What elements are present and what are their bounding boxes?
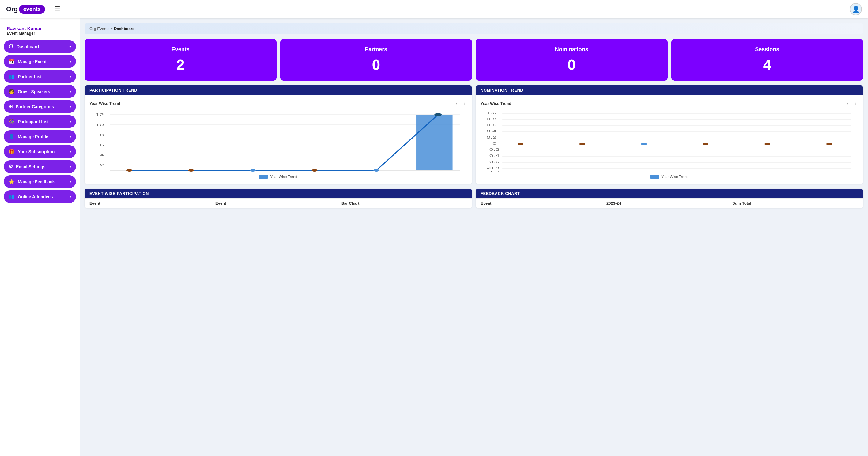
- nomination-next-btn[interactable]: ›: [853, 100, 858, 107]
- breadcrumb-parent: Org Events: [89, 26, 109, 31]
- svg-point-54: [579, 143, 585, 145]
- sidebar-item-your-subscription[interactable]: 🎁 Your Subscription ›: [4, 145, 76, 158]
- svg-point-24: [373, 169, 379, 172]
- stat-value-nominations: 0: [480, 56, 663, 73]
- charts-row-2: EVENT WISE PARTICIPATION Event Event Bar…: [85, 189, 863, 208]
- profile-icon: 👤: [8, 133, 15, 140]
- stat-card-nominations: Nominations 0: [476, 39, 668, 81]
- hamburger-icon[interactable]: ☰: [54, 5, 60, 13]
- participation-svg: 12 10 8 6 4 2: [89, 110, 467, 172]
- event-col3: Bar Chart: [341, 201, 467, 206]
- svg-text:8: 8: [99, 133, 104, 137]
- sidebar-item-online-attendees[interactable]: 👥 Online Attendees ›: [4, 190, 76, 203]
- sidebar-item-partner-categories[interactable]: ⊞ Partner Categories ›: [4, 100, 76, 113]
- feedback-chart-header: FEEDBACK CHART: [476, 189, 863, 198]
- svg-rect-19: [416, 115, 453, 171]
- svg-text:-0.6: -0.6: [487, 160, 500, 164]
- chart-next-btn[interactable]: ›: [462, 100, 467, 107]
- sidebar-item-manage-feedback[interactable]: ⭐ Manage Feedback ›: [4, 175, 76, 188]
- participation-chart-area: 12 10 8 6 4 2: [89, 110, 467, 172]
- nav-item-left: ⏱ Dashboard: [8, 44, 39, 49]
- breadcrumb-separator: >: [111, 26, 113, 31]
- breadcrumb-current: Dashboard: [114, 26, 135, 31]
- chevron-right-icon: ›: [70, 120, 71, 124]
- chevron-right-icon: ›: [70, 90, 71, 94]
- stat-value-events: 2: [89, 56, 272, 73]
- header: Org events ☰ 👤: [0, 0, 868, 19]
- nomination-subtitle: Year Wise Trend: [480, 101, 511, 106]
- calendar-icon: 📅: [8, 59, 15, 64]
- svg-text:-0.2: -0.2: [487, 148, 500, 151]
- legend-box-2: [650, 175, 659, 179]
- sidebar-item-label: Email Settings: [16, 164, 45, 169]
- stat-title-events: Events: [89, 46, 272, 53]
- main-layout: Ravikant Kumar Event Manager ⏱ Dashboard…: [0, 19, 868, 456]
- chart-prev-btn[interactable]: ‹: [454, 100, 459, 107]
- sidebar-item-label: Online Attendees: [18, 194, 53, 199]
- svg-text:2: 2: [99, 163, 104, 167]
- svg-point-53: [518, 143, 523, 145]
- user-info: Ravikant Kumar Event Manager: [4, 23, 76, 40]
- stat-title-sessions: Sessions: [676, 46, 859, 53]
- main-content: Org Events > Dashboard Events 2 Partners…: [80, 19, 868, 456]
- sidebar-item-label: Partner Categories: [16, 104, 54, 109]
- svg-text:4: 4: [99, 153, 104, 157]
- svg-point-21: [188, 169, 194, 172]
- nomination-trend-body: Year Wise Trend ‹ › 1.0 0.8 0.6 0.4: [476, 95, 863, 184]
- stat-value-sessions: 4: [676, 56, 859, 73]
- chevron-right-icon: ›: [70, 104, 71, 109]
- sidebar-item-label: Manage Event: [18, 59, 46, 64]
- sidebar-item-label: Dashboard: [17, 44, 39, 49]
- event-wise-header: EVENT WISE PARTICIPATION: [85, 189, 472, 198]
- stat-card-sessions: Sessions 4: [671, 39, 863, 81]
- participant-icon: 👫: [8, 119, 15, 124]
- breadcrumb: Org Events > Dashboard: [85, 23, 863, 34]
- svg-text:0.6: 0.6: [486, 123, 496, 127]
- svg-text:-0.8: -0.8: [487, 166, 500, 170]
- chart-nav: ‹ ›: [454, 100, 467, 107]
- chevron-right-icon: ›: [70, 59, 71, 64]
- chart-subtitle-row: Year Wise Trend ‹ ›: [89, 100, 467, 107]
- nomination-trend-header: NOMINATION TREND: [476, 86, 863, 95]
- stat-card-partners: Partners 0: [280, 39, 472, 81]
- chevron-right-icon: ›: [70, 150, 71, 154]
- sidebar-item-manage-event[interactable]: 📅 Manage Event ›: [4, 55, 76, 68]
- nomination-prev-btn[interactable]: ‹: [845, 100, 850, 107]
- partner-icon: 👥: [8, 73, 15, 80]
- speaker-icon: 🧑: [8, 89, 15, 94]
- subscription-icon: 🎁: [8, 149, 15, 154]
- dashboard-icon: ⏱: [8, 44, 13, 49]
- sidebar-item-partner-list[interactable]: 👥 Partner List ›: [4, 70, 76, 83]
- nomination-legend: Year Wise Trend: [480, 175, 858, 179]
- participation-trend-body: Year Wise Trend ‹ › 12 10 8 6: [85, 95, 472, 184]
- sidebar-item-participant-list[interactable]: 👫 Participant List ›: [4, 115, 76, 128]
- stat-title-nominations: Nominations: [480, 46, 663, 53]
- chart-subtitle-row-2: Year Wise Trend ‹ ›: [480, 100, 858, 107]
- nomination-trend-card: NOMINATION TREND Year Wise Trend ‹ › 1.0: [476, 86, 863, 184]
- sidebar-item-dashboard[interactable]: ⏱ Dashboard ▾: [4, 40, 76, 53]
- user-avatar[interactable]: 👤: [849, 3, 862, 15]
- sidebar-item-label: Partner List: [18, 74, 42, 79]
- svg-text:0.2: 0.2: [486, 136, 496, 139]
- chevron-right-icon: ›: [70, 164, 71, 169]
- svg-point-23: [312, 169, 318, 172]
- logo: Org events: [6, 5, 45, 14]
- logo-events-text: events: [19, 5, 45, 14]
- participation-trend-header: PARTICIPATION TREND: [85, 86, 472, 95]
- svg-text:0.4: 0.4: [486, 130, 496, 133]
- event-wise-table-header: Event Event Bar Chart: [85, 198, 472, 208]
- sidebar-item-email-settings[interactable]: ⚙ Email Settings ›: [4, 160, 76, 173]
- participation-legend-label: Year Wise Trend: [270, 175, 297, 179]
- stat-value-partners: 0: [285, 56, 467, 73]
- feedback-table-header: Event 2023-24 Sum Total: [476, 198, 863, 208]
- feedback-chart-card: FEEDBACK CHART Event 2023-24 Sum Total: [476, 189, 863, 208]
- svg-text:-0.4: -0.4: [487, 154, 500, 157]
- sidebar-item-guest-speakers[interactable]: 🧑 Guest Speakers ›: [4, 85, 76, 98]
- chart-nav-2: ‹ ›: [845, 100, 858, 107]
- svg-point-55: [641, 143, 647, 145]
- feedback-col1: Event: [480, 201, 607, 206]
- sidebar-item-manage-profile[interactable]: 👤 Manage Profile ›: [4, 130, 76, 143]
- svg-text:0: 0: [493, 142, 496, 145]
- user-role: Event Manager: [7, 31, 73, 35]
- categories-icon: ⊞: [8, 103, 12, 110]
